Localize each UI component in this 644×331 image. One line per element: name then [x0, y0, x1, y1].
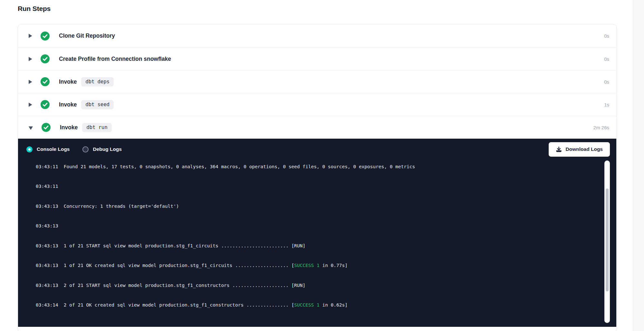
- radio-debug-logs[interactable]: Debug Logs: [82, 146, 122, 152]
- run-steps-card: Clone Git Repository 0s Create Profile f…: [18, 24, 617, 331]
- log-message: 2 of 21 START sql view model production.…: [64, 283, 291, 288]
- download-logs-button[interactable]: Download Logs: [549, 142, 610, 157]
- log-status-rest: in 0.77s]: [319, 263, 347, 268]
- success-check-icon: [41, 77, 50, 86]
- success-check-icon: [42, 123, 51, 132]
- download-icon: [556, 146, 562, 152]
- download-logs-label: Download Logs: [566, 146, 603, 152]
- log-message: 3 of 21 START sql view model production.…: [64, 322, 291, 323]
- step-duration: 1s: [604, 102, 609, 107]
- log-panel-header: Console Logs Debug Logs Download Logs: [18, 139, 616, 160]
- radio-console-logs[interactable]: Console Logs: [26, 146, 70, 152]
- log-timestamp: 03:43:13: [36, 283, 58, 288]
- log-line: 03:43:131 of 21 OK created sql view mode…: [24, 256, 602, 276]
- log-timestamp: 03:43:11: [36, 184, 58, 189]
- radio-label: Debug Logs: [93, 146, 122, 152]
- run-steps-list: Clone Git Repository 0s Create Profile f…: [18, 24, 616, 139]
- chevron-right-icon[interactable]: [29, 80, 32, 84]
- step-command-badge: dbt deps: [81, 77, 114, 87]
- log-timestamp: 03:43:14: [36, 302, 58, 308]
- step-label: Invoke: [59, 101, 77, 108]
- chevron-right-icon[interactable]: [29, 103, 32, 107]
- step-command-badge: dbt seed: [81, 100, 114, 109]
- log-line: 03:43:11Found 21 models, 17 tests, 0 sna…: [24, 160, 602, 177]
- success-check-icon: [41, 100, 50, 109]
- step-label: Clone Git Repository: [59, 32, 115, 39]
- step-duration: 0s: [604, 33, 609, 39]
- log-timestamp: 03:43:14: [36, 322, 58, 323]
- log-line: 03:43:142 of 21 OK created sql view mode…: [24, 295, 602, 315]
- log-message: 2 of 21 OK created sql view model produc…: [64, 302, 291, 308]
- log-status-success: SUCCESS 1: [294, 302, 320, 308]
- log-lines: 03:43:11Found 21 models, 17 tests, 0 sna…: [24, 160, 602, 323]
- log-status-bracket: [RUN]: [291, 283, 306, 288]
- log-panel: Console Logs Debug Logs Download Logs 03…: [18, 139, 616, 327]
- step-label: Invoke: [59, 78, 77, 85]
- log-timestamp: 03:43:13: [36, 263, 58, 268]
- step-duration: 2m 26s: [593, 125, 609, 130]
- log-message: 1 of 21 OK created sql view model produc…: [64, 263, 291, 268]
- console-log-output[interactable]: 03:43:11Found 21 models, 17 tests, 0 sna…: [18, 160, 602, 323]
- chevron-right-icon[interactable]: [29, 34, 32, 38]
- radio-label: Console Logs: [37, 146, 70, 152]
- success-check-icon: [41, 32, 50, 41]
- run-step-row[interactable]: Invoke dbt deps 0s: [18, 70, 616, 93]
- success-check-icon: [41, 54, 50, 63]
- log-message: 1 of 21 START sql view model production.…: [64, 243, 291, 248]
- step-label: Create Profile from Connection snowflake: [59, 56, 171, 62]
- chevron-down-icon[interactable]: [29, 126, 33, 130]
- log-scrollbar-thumb[interactable]: [606, 188, 609, 291]
- page-right-gutter: [633, 0, 644, 331]
- chevron-right-icon[interactable]: [29, 57, 32, 61]
- log-timestamp: 03:43:13: [36, 204, 58, 209]
- log-status-success: SUCCESS 1: [294, 263, 320, 268]
- run-step-row[interactable]: Invoke dbt run 2m 26s: [18, 116, 616, 139]
- log-status-bracket: [RUN]: [291, 243, 306, 248]
- log-message: Found 21 models, 17 tests, 0 snapshots, …: [64, 164, 415, 169]
- step-label: Invoke: [60, 124, 78, 131]
- log-timestamp: 03:43:11: [36, 164, 58, 169]
- log-status-bracket: [: [291, 263, 294, 268]
- log-line: 03:43:11: [24, 177, 602, 197]
- radio-icon: [26, 146, 33, 152]
- log-timestamp: 03:43:13: [36, 243, 58, 248]
- run-step-row[interactable]: Clone Git Repository 0s: [18, 24, 616, 47]
- radio-icon: [82, 146, 89, 152]
- step-duration: 0s: [604, 56, 609, 62]
- run-steps-page: Run Steps Clone Git Repository 0s Create…: [18, 0, 617, 331]
- page-title: Run Steps: [18, 5, 617, 13]
- log-status-bracket: [RUN]: [291, 322, 306, 323]
- run-step-row[interactable]: Invoke dbt seed 1s: [18, 93, 616, 116]
- step-duration: 0s: [604, 79, 609, 85]
- log-line: 03:43:13Concurrency: 1 threads (target='…: [24, 196, 602, 216]
- log-type-radio-group: Console Logs Debug Logs: [26, 146, 135, 152]
- log-line: 03:43:143 of 21 START sql view model pro…: [24, 315, 602, 323]
- log-line: 03:43:13: [24, 216, 602, 236]
- step-command-badge: dbt run: [82, 123, 111, 132]
- log-line: 03:43:132 of 21 START sql view model pro…: [24, 275, 602, 295]
- run-step-row[interactable]: Create Profile from Connection snowflake…: [18, 47, 616, 70]
- log-scrollbar[interactable]: [604, 161, 610, 323]
- log-timestamp: 03:43:13: [36, 223, 58, 228]
- log-line: 03:43:131 of 21 START sql view model pro…: [24, 236, 602, 256]
- log-status-bracket: [: [291, 302, 294, 308]
- log-message: Concurrency: 1 threads (target='default'…: [64, 204, 179, 209]
- log-status-rest: in 0.62s]: [319, 302, 347, 308]
